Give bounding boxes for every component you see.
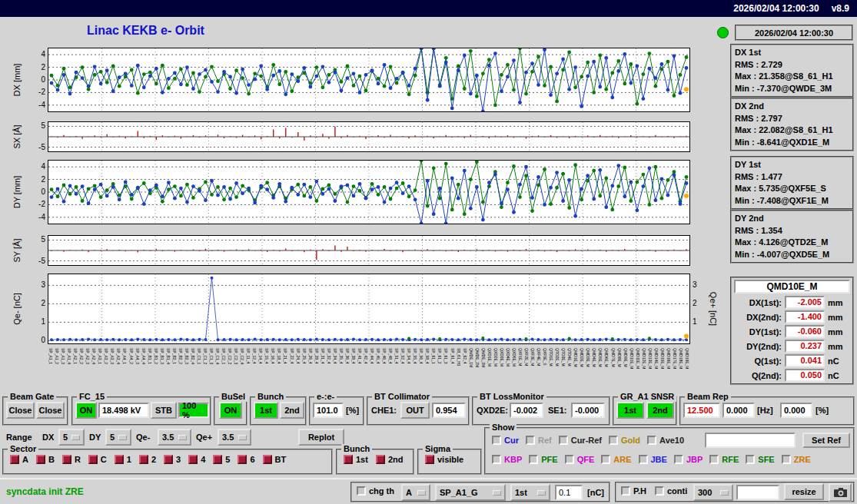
show-row1-ref-checkbox[interactable]: Ref bbox=[526, 436, 552, 445]
show-row1-cur-checkbox[interactable]: Cur bbox=[492, 436, 519, 445]
checkbox-indicator[interactable] bbox=[674, 455, 683, 464]
interval-select[interactable]: 300 bbox=[693, 484, 733, 501]
show-row2-qfe-checkbox[interactable]: QFE bbox=[565, 455, 595, 464]
beam-gate-close1-button[interactable]: Close bbox=[6, 402, 35, 419]
bunch-select[interactable]: 1st bbox=[510, 484, 550, 501]
checkbox-indicator[interactable] bbox=[526, 436, 535, 445]
checkbox-indicator[interactable] bbox=[263, 455, 272, 464]
sector-6-checkbox[interactable]: 6 bbox=[238, 455, 254, 464]
show-row2-kbp-checkbox[interactable]: KBP bbox=[492, 455, 522, 464]
checkbox-indicator[interactable] bbox=[782, 455, 791, 464]
ref-file-input[interactable] bbox=[705, 433, 796, 448]
show-row2-jbe-checkbox[interactable]: JBE bbox=[639, 455, 667, 464]
checkbox-indicator[interactable] bbox=[62, 455, 71, 464]
checkbox-indicator[interactable] bbox=[746, 455, 755, 464]
station-label: SP_A1_3 bbox=[60, 348, 65, 364]
monitor-row: DX(2nd): -1.400 mm bbox=[734, 310, 850, 324]
sector-select[interactable]: A bbox=[401, 484, 430, 501]
gr-a1-2nd-button[interactable]: 2nd bbox=[646, 402, 674, 419]
set-ref-button[interactable]: Set Ref bbox=[802, 433, 850, 448]
show-row2-zre-checkbox[interactable]: ZRE bbox=[782, 455, 811, 464]
sigma-group: Sigma visible bbox=[417, 449, 482, 475]
checkbox-indicator[interactable] bbox=[10, 455, 19, 464]
checkbox-indicator[interactable] bbox=[139, 455, 148, 464]
chg-th-checkbox[interactable]: chg th bbox=[357, 486, 394, 496]
checkbox-indicator[interactable] bbox=[188, 455, 198, 464]
checkbox-indicator[interactable] bbox=[115, 455, 124, 464]
ph-checkbox[interactable]: P.H bbox=[621, 486, 646, 496]
range-dx-select[interactable]: 5 bbox=[58, 429, 85, 446]
show-row1-gold-checkbox[interactable]: Gold bbox=[609, 436, 640, 445]
show-row1-ave10-checkbox[interactable]: Ave10 bbox=[647, 436, 684, 445]
che1-out-button[interactable]: OUT bbox=[400, 402, 430, 419]
show-row1-cur-ref-checkbox[interactable]: Cur-Ref bbox=[559, 436, 602, 445]
show-row2-are-checkbox[interactable]: ARE bbox=[601, 455, 631, 464]
count-input[interactable] bbox=[736, 485, 779, 500]
checkbox-indicator[interactable] bbox=[647, 436, 656, 445]
sector-5-checkbox[interactable]: 5 bbox=[213, 455, 230, 464]
replot-button[interactable]: Replot bbox=[298, 429, 344, 446]
checkbox-indicator[interactable] bbox=[425, 455, 434, 464]
checkbox-indicator[interactable] bbox=[36, 455, 45, 464]
checkbox-indicator[interactable] bbox=[639, 455, 648, 464]
show-row2-sfe-checkbox[interactable]: SFE bbox=[746, 455, 774, 464]
range-dy-select[interactable]: 5 bbox=[105, 429, 131, 446]
sector-r-checkbox[interactable]: R bbox=[62, 455, 81, 464]
checkbox-indicator[interactable] bbox=[609, 436, 618, 445]
checkbox-indicator[interactable] bbox=[492, 436, 501, 445]
checkbox-indicator[interactable] bbox=[621, 486, 630, 496]
sector-1-checkbox[interactable]: 1 bbox=[115, 455, 131, 464]
bunch-2nd-button[interactable]: 2nd bbox=[280, 402, 304, 419]
resize-button[interactable]: resize bbox=[784, 483, 824, 500]
axis-tick-label: 5 bbox=[28, 121, 45, 131]
sector-4-checkbox[interactable]: 4 bbox=[188, 455, 205, 464]
sector-2-checkbox[interactable]: 2 bbox=[139, 455, 156, 464]
station-label: SP_A4_3 bbox=[135, 348, 140, 364]
sector-3-checkbox[interactable]: 3 bbox=[164, 455, 181, 464]
checkbox-indicator[interactable] bbox=[213, 455, 222, 464]
checkbox-indicator[interactable] bbox=[529, 455, 538, 464]
stats-title: DX 1st bbox=[735, 47, 849, 59]
checkbox-indicator[interactable] bbox=[344, 455, 353, 464]
show-row2-pfe-checkbox[interactable]: PFE bbox=[529, 455, 557, 464]
checkbox-indicator[interactable] bbox=[238, 455, 247, 464]
show-row2-jbp-checkbox[interactable]: JBP bbox=[674, 455, 703, 464]
threshold-input[interactable] bbox=[555, 485, 583, 500]
gr-a1-1st-button[interactable]: 1st bbox=[616, 402, 644, 419]
show-row2-rfe-checkbox[interactable]: RFE bbox=[709, 455, 739, 464]
checkbox-indicator[interactable] bbox=[655, 486, 664, 496]
range-qe-minus-select[interactable]: 3.5 bbox=[158, 429, 191, 446]
checkbox-indicator[interactable] bbox=[601, 455, 610, 464]
snapshot-button[interactable] bbox=[829, 483, 852, 502]
station-label: QMD16E_M bbox=[666, 348, 671, 370]
group-caption: Show bbox=[490, 423, 517, 433]
checkbox-indicator[interactable] bbox=[88, 455, 98, 464]
show-row1: CurRefCur-RefGoldAve10 Set Ref bbox=[492, 433, 850, 448]
fc15-stb-button[interactable]: STB bbox=[151, 402, 177, 419]
checkbox-indicator[interactable] bbox=[559, 436, 568, 445]
checkbox-indicator[interactable] bbox=[565, 455, 574, 464]
checkbox-indicator[interactable] bbox=[376, 455, 385, 464]
bunch2-2nd-checkbox[interactable]: 2nd bbox=[376, 455, 404, 464]
sector-b-checkbox[interactable]: B bbox=[36, 455, 55, 464]
monitor-unit: nC bbox=[828, 356, 846, 366]
sigma-visible-checkbox[interactable]: visible bbox=[425, 455, 463, 464]
checkbox-indicator[interactable] bbox=[492, 455, 501, 464]
sector-a-checkbox[interactable]: A bbox=[10, 455, 28, 464]
busel-on-button[interactable]: ON bbox=[219, 402, 242, 419]
bunch-1st-button[interactable]: 1st bbox=[254, 402, 278, 419]
beam-gate-close2-button[interactable]: Close bbox=[36, 402, 65, 419]
station-label: QMD15E_M bbox=[659, 348, 665, 370]
checkbox-label: Cur-Ref bbox=[571, 436, 602, 445]
bunch2-1st-checkbox[interactable]: 1st bbox=[344, 455, 368, 464]
checkbox-indicator[interactable] bbox=[164, 455, 173, 464]
checkbox-indicator[interactable] bbox=[709, 455, 719, 464]
sector-c-checkbox[interactable]: C bbox=[88, 455, 107, 464]
sector-bt-checkbox[interactable]: BT bbox=[263, 455, 287, 464]
station-label: SP_54_4 bbox=[406, 348, 411, 364]
checkbox-indicator[interactable] bbox=[357, 486, 366, 496]
range-qe-plus-select[interactable]: 3.5 bbox=[218, 429, 251, 446]
monitor-select[interactable]: SP_A1_G bbox=[435, 484, 506, 501]
fc15-on-button[interactable]: ON bbox=[75, 402, 97, 419]
conti-checkbox[interactable]: conti bbox=[655, 486, 687, 496]
